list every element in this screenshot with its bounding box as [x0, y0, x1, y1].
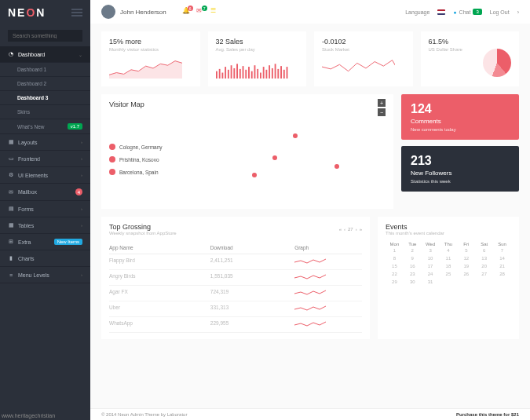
table-row[interactable]: Angry Birds1,551,035 [109, 270, 362, 286]
map-zoom-out[interactable]: − [378, 108, 386, 116]
nav-mailbox[interactable]: ✉Mailbox 4 [0, 184, 90, 201]
chevron-down-icon: ⌄ [79, 52, 82, 57]
table-row[interactable]: WhatsApp229,955 [109, 317, 362, 333]
user-name[interactable]: John Henderson [120, 9, 166, 16]
search-input[interactable] [8, 30, 82, 42]
calendar-day[interactable]: 7 [493, 247, 511, 254]
calendar-day[interactable]: 13 [475, 254, 493, 262]
footer: © 2014 Neon Admin Theme by Laborator Pur… [90, 408, 530, 420]
notification-icon[interactable]: 🔔6 [182, 7, 192, 16]
calendar-day[interactable]: 21 [493, 262, 511, 270]
chevron-right-icon: › [81, 156, 82, 161]
calendar-day[interactable]: 12 [457, 254, 475, 262]
mail-icon: ✉ [8, 189, 14, 195]
extra-badge: New Items [54, 239, 82, 245]
svg-rect-13 [254, 65, 255, 79]
nav-tables[interactable]: ▦Tables › [0, 217, 90, 234]
nav-dashboard[interactable]: ◔Dashboard ⌄ [0, 46, 90, 63]
stat-stock: -0.0102 Stock Market [314, 31, 413, 86]
calendar-day[interactable]: 9 [404, 254, 422, 262]
menu-toggle-icon[interactable] [71, 9, 82, 16]
nav-forms[interactable]: ▤Forms › [0, 201, 90, 217]
nav-dashboard-1[interactable]: Dashboard 1 [0, 63, 90, 77]
followers-card[interactable]: 213 New Followers Statistics this week [401, 146, 519, 192]
svg-rect-17 [265, 70, 267, 79]
calendar-day[interactable] [493, 278, 511, 286]
legend-item: Barcelona, Spain [109, 169, 180, 175]
calendar-day[interactable]: 31 [422, 278, 440, 286]
monitor-icon: ▭ [8, 155, 14, 162]
calendar-day[interactable]: 14 [493, 254, 511, 262]
calendar-day[interactable]: 4 [440, 247, 458, 254]
svg-rect-22 [280, 66, 282, 79]
settings-icon: ⚙ [8, 172, 14, 178]
language-selector[interactable]: Language [405, 9, 429, 15]
pager[interactable]: « ‹ 27 › » [339, 227, 362, 232]
calendar-day[interactable]: 24 [422, 270, 440, 278]
nav-frontend[interactable]: ▭Frontend › [0, 151, 90, 167]
calendar-day[interactable]: 2 [404, 247, 422, 254]
footer-copyright: © 2014 Neon Admin Theme by Laborator [101, 412, 187, 417]
nav-skins[interactable]: Skins [0, 105, 90, 119]
calendar-day[interactable]: 17 [422, 262, 440, 270]
calendar-day[interactable]: 30 [404, 278, 422, 286]
legend-item: Cologne, Germany [109, 144, 180, 150]
calendar-day[interactable]: 8 [386, 254, 404, 262]
calendar-day[interactable] [457, 278, 475, 286]
calendar-day[interactable]: 25 [440, 270, 458, 278]
svg-rect-24 [286, 67, 287, 79]
message-icon[interactable]: ✉7 [196, 7, 206, 16]
nav-charts[interactable]: ▮Charts [0, 250, 90, 267]
logout-link[interactable]: Log Out [490, 9, 510, 15]
table-row[interactable]: Uber331,313 [109, 301, 362, 317]
svg-rect-12 [250, 71, 252, 79]
nav-layouts[interactable]: ▦Layouts › [0, 134, 90, 151]
pager-prev-icon[interactable]: ‹ [344, 227, 345, 232]
calendar-day[interactable]: 15 [386, 262, 404, 270]
calendar-day[interactable] [440, 278, 458, 286]
calendar-day[interactable]: 28 [493, 270, 511, 278]
svg-rect-19 [271, 68, 272, 79]
calendar-day[interactable]: 6 [475, 247, 493, 254]
calendar-day[interactable]: 19 [457, 262, 475, 270]
table-row[interactable]: Agar FX724,319 [109, 286, 362, 301]
svg-rect-18 [269, 65, 270, 79]
nav-extra[interactable]: ⊞Extra New Items [0, 234, 90, 250]
nav-dashboard-2[interactable]: Dashboard 2 [0, 77, 90, 91]
calendar-day[interactable]: 18 [440, 262, 458, 270]
nav-ui[interactable]: ⚙UI Elements › [0, 167, 90, 184]
comments-card[interactable]: 124 Comments New comments today [401, 94, 519, 140]
calendar-day[interactable]: 26 [457, 270, 475, 278]
calendar-day[interactable] [475, 278, 493, 286]
calendar-day[interactable]: 29 [386, 278, 404, 286]
pager-next-icon[interactable]: › [356, 227, 357, 232]
calendar-day[interactable]: 16 [404, 262, 422, 270]
calendar-day[interactable]: 22 [386, 270, 404, 278]
footer-purchase[interactable]: Purchase this theme for $21 [456, 412, 519, 417]
calendar-day[interactable]: 10 [422, 254, 440, 262]
pager-first-icon[interactable]: « [339, 227, 342, 232]
svg-rect-7 [236, 64, 238, 79]
chat-toggle[interactable]: ● Chat 3 [453, 9, 481, 15]
form-icon: ▤ [8, 206, 14, 212]
svg-rect-6 [233, 68, 235, 79]
nav-menulevels[interactable]: ≡Menu Levels › [0, 267, 90, 283]
calendar-day[interactable]: 27 [475, 270, 493, 278]
calendar-day[interactable]: 23 [404, 270, 422, 278]
pager-last-icon[interactable]: » [360, 227, 362, 232]
calendar-day[interactable]: 5 [457, 247, 475, 254]
calendar-day[interactable]: 1 [386, 247, 404, 254]
map-zoom-in[interactable]: + [378, 99, 386, 107]
table-row[interactable]: Flappy Bird2,411,251 [109, 254, 362, 270]
calendar-day[interactable]: 20 [475, 262, 493, 270]
nav-whatsnew[interactable]: What's New v1.7 [0, 119, 90, 134]
calendar-day[interactable]: 3 [422, 247, 440, 254]
svg-rect-16 [262, 67, 264, 79]
nav-dashboard-3[interactable]: Dashboard 3 [0, 91, 90, 105]
calendar-day[interactable]: 11 [440, 254, 458, 262]
task-icon[interactable]: ☰ [210, 7, 220, 16]
mailbox-badge: 4 [75, 188, 82, 195]
avatar[interactable] [101, 5, 115, 19]
svg-rect-2 [221, 73, 223, 79]
map-area[interactable] [180, 116, 386, 203]
